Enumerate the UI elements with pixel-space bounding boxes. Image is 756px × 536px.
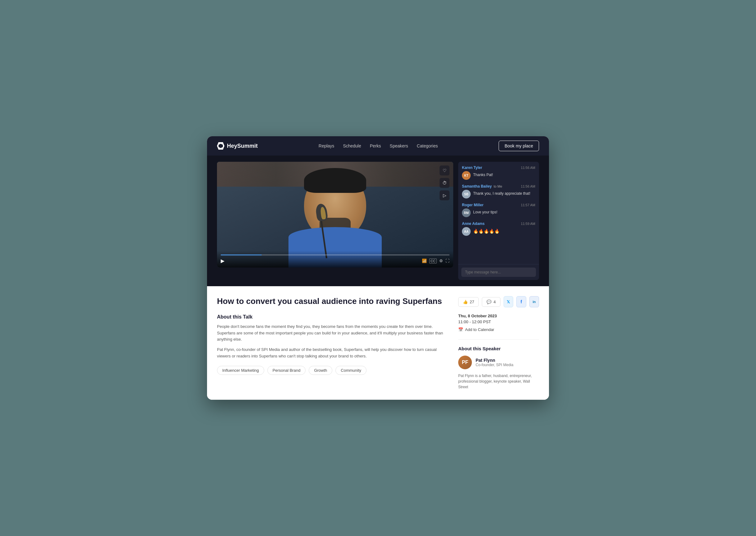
comment-count: 4 [493,300,495,304]
chat-messages: Karen Tyler 11:56 AM KT Thanks Pat! Sama… [458,162,539,264]
chat-input[interactable] [461,268,536,277]
video-section: ♡ ⏱ ▷ ▶ 📶 CC ⚙ ⛶ [207,155,549,286]
chat-message: Karen Tyler 11:56 AM KT Thanks Pat! [462,165,535,180]
fullscreen-icon[interactable]: ⛶ [446,258,450,263]
video-controls: ▶ 📶 CC ⚙ ⛶ [217,251,453,268]
chat-header: Anne Adams 11:59 AM [462,221,535,226]
chat-avatar: SB [462,190,471,198]
chat-text: Love your tips! [473,209,497,215]
controls-right: 📶 CC ⚙ ⛶ [422,258,450,263]
linkedin-icon: in [532,300,536,304]
svg-marker-0 [219,144,223,148]
calendar-icon: 📅 [458,327,463,332]
tag-influencer-marketing[interactable]: Influencer Marketing [217,366,264,375]
comment-button[interactable]: 💬 4 [482,297,500,307]
tag-personal-brand[interactable]: Personal Brand [267,366,306,375]
twitter-icon: 𝕏 [507,300,510,304]
linkedin-share-button[interactable]: in [529,296,539,307]
chat-username: Roger Miller [462,203,483,207]
chat-emojis: 🔥🔥🔥🔥🔥 [473,227,499,235]
nav-schedule[interactable]: Schedule [343,144,361,149]
chat-avatar: RM [462,209,471,217]
play-button[interactable]: ▶ [221,258,224,264]
chat-time: 11:56 AM [521,166,535,170]
content-left: How to convert you casual audience into … [217,296,446,390]
nav-categories[interactable]: Categories [417,144,438,149]
about-description-1: People don't become fans the moment they… [217,323,446,343]
logo-icon [217,142,224,150]
divider [458,339,539,340]
facebook-share-button[interactable]: f [516,296,526,307]
chat-time: 11:57 AM [521,203,535,207]
event-date: Thu, 8 October 2023 [458,314,539,318]
chat-body: AA 🔥🔥🔥🔥🔥 [462,227,535,236]
cc-button[interactable]: CC [429,258,437,263]
controls-row: ▶ 📶 CC ⚙ ⛶ [221,258,450,264]
chat-body: RM Love your tips! [462,209,535,217]
chat-message: Roger Miller 11:57 AM RM Love your tips! [462,203,535,217]
chat-text: Thank you, I really appreciate that! [473,190,530,196]
nav-links: Replays Schedule Perks Speakers Categori… [319,144,438,149]
heart-icon-btn[interactable]: ♡ [440,165,450,176]
add-to-calendar-button[interactable]: 📅 Add to Calendar [458,327,539,332]
book-my-place-button[interactable]: Book my place [499,141,539,151]
tags-container: Influencer Marketing Personal Brand Grow… [217,366,446,375]
comment-icon: 💬 [487,300,491,304]
speaker-avatar: PF [458,355,472,369]
chat-avatar: KT [462,171,471,180]
nav-perks[interactable]: Perks [370,144,381,149]
tag-growth[interactable]: Growth [309,366,332,375]
browser-window: HeySummit Replays Schedule Perks Speaker… [207,136,549,400]
chat-time: 11:56 AM [521,184,535,188]
logo: HeySummit [217,142,258,150]
video-container: ♡ ⏱ ▷ ▶ 📶 CC ⚙ ⛶ [217,162,453,268]
chat-input-area [458,264,539,280]
like-button[interactable]: 👍 27 [458,297,479,307]
chat-header: Samantha Bailey to Me 11:56 AM [462,184,535,188]
like-icon: 👍 [463,300,468,304]
navigation: HeySummit Replays Schedule Perks Speaker… [207,136,549,155]
chat-username: Anne Adams [462,221,485,226]
speaker-details: Pat Flynn Co-founder, SPI Media [476,358,513,367]
about-heading: About this Talk [217,314,446,320]
about-description-2: Pat Flynn, co-founder of SPI Media and a… [217,347,446,360]
content-right: 👍 27 💬 4 𝕏 f in Thu, 8 October 2023 [458,296,539,390]
nav-replays[interactable]: Replays [319,144,334,149]
chat-message: Samantha Bailey to Me 11:56 AM SB Thank … [462,184,535,198]
add-cal-label: Add to Calendar [465,327,494,332]
content-section: How to convert you casual audience into … [207,286,549,400]
logo-text: HeySummit [227,143,258,149]
action-buttons: 👍 27 💬 4 𝕏 f in [458,296,539,307]
chat-username: Karen Tyler [462,165,482,170]
progress-bar-fill [221,254,262,255]
chat-username: Samantha Bailey [462,184,492,188]
progress-bar-background[interactable] [221,254,450,255]
chat-header: Roger Miller 11:57 AM [462,203,535,207]
nav-speakers[interactable]: Speakers [390,144,408,149]
talk-title: How to convert you casual audience into … [217,296,446,307]
chat-message: Anne Adams 11:59 AM AA 🔥🔥🔥🔥🔥 [462,221,535,236]
chat-text: Thanks Pat! [473,171,493,178]
chat-panel: Karen Tyler 11:56 AM KT Thanks Pat! Sama… [458,162,539,280]
signal-icon: 📶 [422,258,427,263]
clock-icon-btn[interactable]: ⏱ [440,178,450,188]
share-icon-btn[interactable]: ▷ [440,190,450,200]
twitter-share-button[interactable]: 𝕏 [504,296,513,307]
chat-to: to Me [494,184,502,188]
person-hair [304,168,366,193]
chat-body: SB Thank you, I really appreciate that! [462,190,535,198]
chat-body: KT Thanks Pat! [462,171,535,180]
facebook-icon: f [521,299,522,304]
chat-header: Karen Tyler 11:56 AM [462,165,535,170]
speaker-bio: Pat Flynn is a father, husband, entrepre… [458,373,539,390]
tag-community[interactable]: Community [335,366,366,375]
chat-avatar: AA [462,227,471,236]
settings-icon[interactable]: ⚙ [439,258,443,263]
speaker-heading: About this Speaker [458,346,539,351]
chat-time: 11:59 AM [521,222,535,225]
speaker-info: PF Pat Flynn Co-founder, SPI Media [458,355,539,369]
event-time: 11:00 - 12:00 PST [458,319,539,324]
like-count: 27 [470,300,474,304]
speaker-role: Co-founder, SPI Media [476,363,513,367]
video-icon-buttons: ♡ ⏱ ▷ [440,165,450,200]
